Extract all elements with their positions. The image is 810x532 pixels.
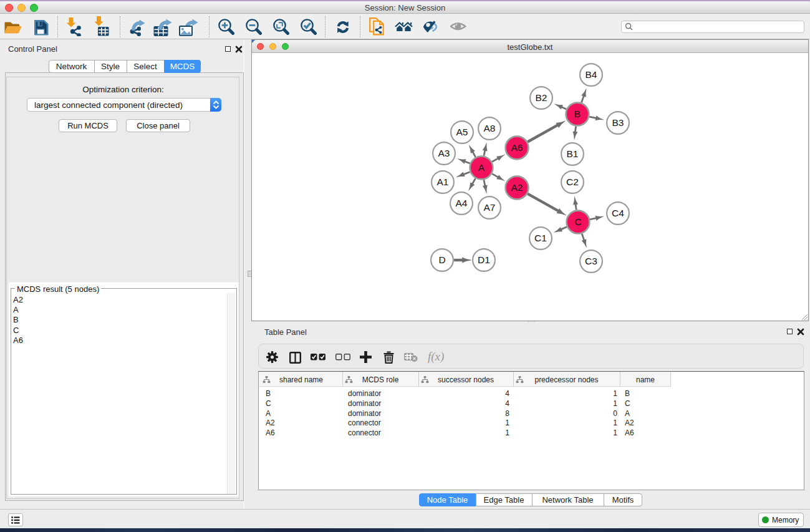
svg-text:C1: C1 (534, 233, 547, 243)
svg-text:A1: A1 (437, 177, 449, 187)
svg-text:A: A (478, 162, 485, 173)
svg-text:C3: C3 (585, 256, 597, 266)
svg-text:A5: A5 (456, 127, 468, 137)
svg-text:A2: A2 (511, 182, 523, 193)
svg-text:A7: A7 (484, 202, 496, 213)
svg-text:A6: A6 (511, 142, 523, 153)
svg-text:D: D (438, 254, 445, 265)
svg-text:A3: A3 (438, 148, 450, 158)
svg-text:B4: B4 (586, 69, 597, 80)
svg-text:C4: C4 (612, 208, 624, 218)
svg-text:A8: A8 (484, 123, 496, 133)
svg-text:A4: A4 (456, 198, 468, 208)
svg-text:C2: C2 (566, 177, 579, 187)
svg-text:B2: B2 (536, 92, 547, 103)
svg-text:D1: D1 (478, 254, 490, 265)
svg-text:B3: B3 (612, 117, 624, 128)
svg-text:C: C (574, 216, 581, 227)
svg-text:B1: B1 (567, 148, 579, 159)
svg-text:B: B (574, 109, 581, 119)
